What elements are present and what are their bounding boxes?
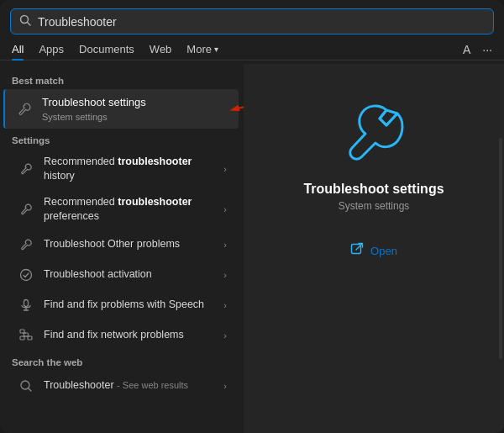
- search-icon: [19, 14, 31, 29]
- web-search-label: Search the web: [0, 351, 244, 371]
- svg-point-3: [21, 269, 32, 280]
- wrench-icon-2: [17, 200, 35, 219]
- tab-web[interactable]: Web: [150, 40, 172, 60]
- mic-icon: [17, 296, 35, 314]
- settings-item-5[interactable]: Find and fix problems with Speech ›: [5, 290, 239, 320]
- right-panel: Troubleshoot settings System settings Op…: [244, 64, 504, 433]
- search-web-icon: [17, 377, 35, 395]
- settings-item-5-text: Find and fix problems with Speech: [44, 298, 212, 312]
- chevron-down-icon: ▾: [214, 45, 218, 54]
- web-search-text: Troubleshooter - See web results: [44, 378, 212, 393]
- chevron-right-icon-6: ›: [223, 330, 227, 341]
- right-panel-subtitle: System settings: [339, 200, 410, 212]
- settings-item-1[interactable]: Recommended troubleshooter history ›: [5, 149, 239, 189]
- shield-icon: [17, 266, 35, 284]
- left-panel: Best match Troubleshoot settings System …: [0, 64, 244, 433]
- tab-apps[interactable]: Apps: [39, 40, 64, 60]
- wrench-icon-1: [17, 160, 35, 178]
- tab-all[interactable]: All: [12, 40, 24, 60]
- right-panel-icon: [340, 98, 407, 168]
- search-window: Troubleshooter All Apps Documents Web Mo…: [0, 0, 504, 433]
- settings-item-6-text: Find and fix network problems: [44, 328, 212, 342]
- svg-rect-10: [20, 336, 24, 340]
- more-options-button[interactable]: ···: [482, 43, 492, 56]
- svg-rect-7: [20, 330, 24, 333]
- chevron-right-icon-5: ›: [223, 300, 227, 310]
- chevron-right-icon-4: ›: [223, 270, 227, 280]
- svg-line-1: [28, 23, 31, 26]
- best-match-item[interactable]: Troubleshoot settings System settings: [3, 89, 239, 129]
- settings-item-2-text: Recommended troubleshooter preferences: [44, 195, 212, 224]
- chevron-right-icon-2: ›: [223, 204, 227, 214]
- network-icon: [17, 326, 35, 345]
- open-icon: [350, 242, 364, 259]
- wrench-icon-3: [17, 235, 35, 254]
- right-panel-title: Troubleshoot settings: [303, 182, 444, 197]
- open-label[interactable]: Open: [370, 245, 397, 257]
- settings-item-3[interactable]: Troubleshoot Other problems ›: [5, 230, 239, 260]
- settings-item-2[interactable]: Recommended troubleshooter preferences ›: [5, 189, 239, 230]
- best-match-label: Best match: [0, 69, 244, 89]
- scroll-indicator: [499, 138, 502, 359]
- svg-line-16: [29, 388, 32, 391]
- best-match-text: Troubleshoot settings System settings: [42, 95, 227, 123]
- svg-rect-17: [352, 245, 361, 254]
- open-action[interactable]: Open: [342, 237, 406, 264]
- search-input[interactable]: Troubleshooter: [38, 15, 485, 29]
- chevron-right-icon-1: ›: [223, 164, 227, 174]
- settings-item-6[interactable]: Find and fix network problems ›: [5, 320, 239, 351]
- settings-label: Settings: [0, 129, 244, 149]
- settings-item-4-text: Troubleshoot activation: [44, 267, 212, 282]
- tab-more[interactable]: More ▾: [186, 40, 218, 60]
- settings-item-3-text: Troubleshoot Other problems: [44, 237, 212, 251]
- tabs-right-actions: A ···: [463, 43, 492, 56]
- tab-documents[interactable]: Documents: [79, 40, 134, 60]
- settings-item-4[interactable]: Troubleshoot activation ›: [5, 260, 239, 290]
- svg-rect-4: [24, 299, 29, 306]
- font-size-indicator: A: [463, 43, 470, 56]
- chevron-right-icon-3: ›: [223, 240, 227, 250]
- chevron-right-icon-web: ›: [223, 381, 227, 391]
- tabs-bar: All Apps Documents Web More ▾ A ···: [0, 40, 504, 61]
- svg-rect-9: [28, 336, 32, 340]
- search-bar[interactable]: Troubleshooter: [10, 8, 494, 34]
- settings-item-1-text: Recommended troubleshooter history: [44, 155, 212, 183]
- main-content: Best match Troubleshoot settings System …: [0, 64, 504, 433]
- wrench-icon: [15, 100, 34, 119]
- web-search-item[interactable]: Troubleshooter - See web results ›: [5, 371, 239, 401]
- svg-rect-8: [24, 333, 29, 336]
